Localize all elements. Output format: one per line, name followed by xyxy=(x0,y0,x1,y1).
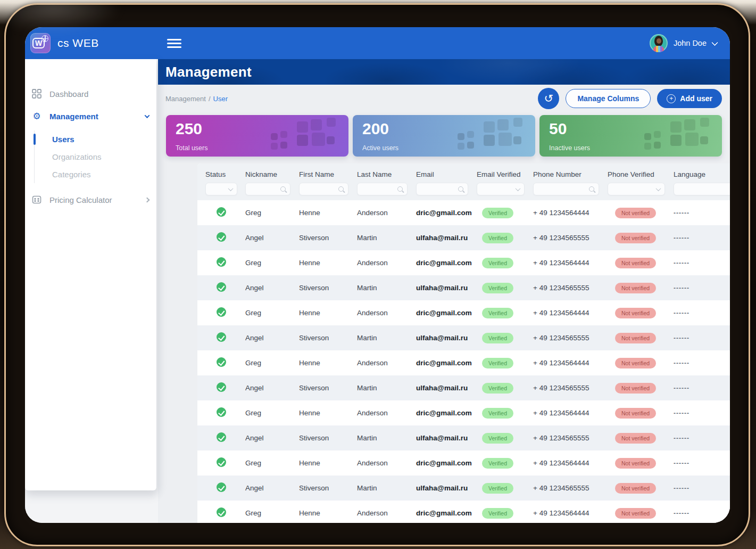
filter-email-verified-select[interactable] xyxy=(477,183,525,195)
search-icon xyxy=(338,186,344,192)
email-verified-badge: Verified xyxy=(482,283,513,293)
sidebar-item-label: Management xyxy=(49,112,98,121)
table-row[interactable]: AngelStiversonMartinulfaha@mail.ruVerifi… xyxy=(197,275,730,300)
card-decor-square xyxy=(297,121,308,133)
filter-cell-email xyxy=(416,183,477,195)
filter-email-input[interactable] xyxy=(416,183,468,195)
email-verified-cell: Verified xyxy=(477,208,533,218)
card-decor-square xyxy=(513,136,521,144)
check-circle-icon xyxy=(217,332,226,342)
filter-cell-email-verified xyxy=(477,183,533,195)
check-circle-icon xyxy=(217,207,226,217)
filter-language-field[interactable] xyxy=(677,185,730,193)
sidebar-item-management[interactable]: ⚙ Management xyxy=(25,105,156,127)
table-row[interactable]: AngelStiversonMartinulfaha@mail.ruVerifi… xyxy=(197,225,730,250)
language-cell: ------ xyxy=(674,359,730,367)
table-row[interactable]: GregHenneAndersondric@gmail.comVerified+… xyxy=(197,501,730,523)
table-row[interactable]: GregHenneAndersondric@gmail.comVerified+… xyxy=(197,400,730,425)
phone-verified-cell: Not verified xyxy=(608,333,674,343)
first-name-cell: Stiverson xyxy=(299,384,357,392)
table-row[interactable]: AngelStiversonMartinulfaha@mail.ruVerifi… xyxy=(197,425,730,450)
chevron-down-icon xyxy=(228,186,234,191)
sidebar-item-users[interactable]: Users xyxy=(35,130,156,148)
table-row[interactable]: GregHenneAndersondric@gmail.comVerified+… xyxy=(197,250,730,275)
stat-card-inactive-users: 50Inactive users xyxy=(539,115,722,157)
filter-first-name-input[interactable] xyxy=(299,183,348,195)
email-cell: dric@gmail.com xyxy=(416,209,477,217)
sidebar-item-organizations[interactable]: Organizations xyxy=(35,148,156,166)
table-row[interactable]: AngelStiversonMartinulfaha@mail.ruVerifi… xyxy=(197,476,730,501)
sidebar-item-pricing-calculator[interactable]: Pricing Calculator xyxy=(25,189,156,211)
filter-email-verified-field[interactable] xyxy=(480,185,516,193)
email-verified-cell: Verified xyxy=(477,383,533,394)
user-menu[interactable]: John Doe xyxy=(650,34,717,52)
email-cell: ulfaha@mail.ru xyxy=(416,434,477,442)
sidebar-item-dashboard[interactable]: Dashboard xyxy=(25,83,156,105)
filter-phone-number-input[interactable] xyxy=(533,183,599,195)
filter-status-select[interactable] xyxy=(205,183,237,195)
table-row[interactable]: GregHenneAndersondric@gmail.comVerified+… xyxy=(197,350,730,375)
filter-nickname-input[interactable] xyxy=(245,183,290,195)
email-cell: dric@gmail.com xyxy=(416,509,477,517)
phone-verified-badge: Not verified xyxy=(615,333,656,343)
nickname-cell: Angel xyxy=(245,484,299,492)
card-decor-square xyxy=(499,133,512,146)
breadcrumb-separator: / xyxy=(209,95,211,103)
sidebar-panel: Dashboard ⚙ Management Users xyxy=(25,59,156,490)
filter-cell-phone-verified xyxy=(608,183,674,195)
table-row[interactable]: GregHenneAndersondric@gmail.comVerified+… xyxy=(197,450,730,476)
nickname-cell: Angel xyxy=(245,284,299,292)
sidebar-item-categories[interactable]: Categories xyxy=(35,166,156,183)
breadcrumb-parent[interactable]: Management xyxy=(165,95,206,103)
refresh-button[interactable]: ↺ xyxy=(538,88,559,109)
filter-nickname-field[interactable] xyxy=(249,185,280,193)
table-row[interactable]: GregHenneAndersondric@gmail.comVerified+… xyxy=(197,300,730,325)
first-name-cell: Henne xyxy=(299,459,357,467)
filter-cell-first-name xyxy=(299,183,357,195)
phone-cell: + 49 1234564444 xyxy=(533,459,608,467)
card-decor-square xyxy=(280,142,287,149)
add-user-button[interactable]: + Add user xyxy=(657,89,722,108)
check-circle-icon xyxy=(217,407,226,417)
status-cell xyxy=(205,332,245,343)
language-cell: ------ xyxy=(674,284,730,292)
table-row[interactable]: GregHenneAndersondric@gmail.comVerified+… xyxy=(197,200,730,225)
card-decor-square xyxy=(467,131,474,138)
card-decor-square xyxy=(513,118,522,127)
filter-phone-verified-field[interactable] xyxy=(611,185,657,193)
page-title: Management xyxy=(165,64,252,80)
card-decor-square xyxy=(271,143,278,150)
manage-columns-button[interactable]: Manage Columns xyxy=(566,89,651,108)
hamburger-menu-icon[interactable] xyxy=(165,36,184,51)
table-row[interactable]: AngelStiversonMartinulfaha@mail.ruVerifi… xyxy=(197,375,730,400)
filter-language-input[interactable] xyxy=(674,183,730,195)
card-decor-square xyxy=(484,121,495,133)
filter-email-field[interactable] xyxy=(420,185,458,193)
status-cell xyxy=(205,407,245,419)
table-row[interactable]: AngelStiversonMartinulfaha@mail.ruVerifi… xyxy=(197,325,730,350)
filter-phone-verified-select[interactable] xyxy=(608,183,665,195)
phone-verified-badge: Not verified xyxy=(615,308,656,318)
filter-last-name-field[interactable] xyxy=(361,185,397,193)
first-name-cell: Henne xyxy=(299,309,357,317)
email-verified-cell: Verified xyxy=(477,433,533,444)
card-decor-square xyxy=(312,133,325,146)
last-name-cell: Martin xyxy=(357,334,416,342)
first-name-cell: Henne xyxy=(299,259,357,267)
check-circle-icon xyxy=(217,432,226,442)
status-cell xyxy=(205,482,245,494)
filter-first-name-field[interactable] xyxy=(303,185,338,193)
language-cell: ------ xyxy=(674,309,730,317)
first-name-cell: Stiverson xyxy=(299,284,357,292)
table-header: StatusNicknameFirst NameLast NameEmailEm… xyxy=(197,163,730,200)
email-cell: ulfaha@mail.ru xyxy=(416,234,477,242)
filter-status-field[interactable] xyxy=(209,185,229,193)
breadcrumb-current[interactable]: User xyxy=(213,95,228,103)
email-verified-badge: Verified xyxy=(482,408,513,419)
first-name-cell: Stiverson xyxy=(299,484,357,492)
language-cell: ------ xyxy=(674,510,730,517)
app-window: W cs WEB John Doe xyxy=(25,27,730,523)
phone-cell: + 49 1234564444 xyxy=(533,259,608,267)
filter-last-name-input[interactable] xyxy=(357,183,408,195)
filter-phone-number-field[interactable] xyxy=(537,185,589,193)
